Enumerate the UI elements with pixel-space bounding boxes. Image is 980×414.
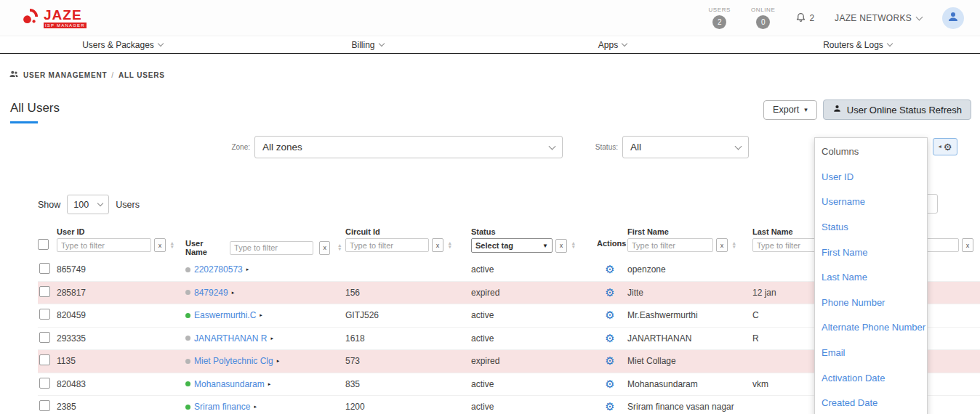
caret-down-icon: ▼ [542,243,548,249]
export-button[interactable]: Export ▾ [763,100,817,120]
columns-settings-button[interactable]: ◂ ⚙ [933,138,957,155]
sort-icon[interactable]: ▴▾ [733,242,736,248]
notifications-button[interactable]: 2 [795,11,814,25]
columns-menu-item-phone-number[interactable]: Phone Number [815,290,927,315]
online-status-dot [185,405,190,410]
columns-menu-item-first-name[interactable]: First Name [815,240,927,265]
row-settings-gear-icon[interactable]: ⚙ [605,286,614,299]
expand-caret-icon[interactable]: ▸ [277,358,280,364]
row-checkbox[interactable] [39,263,50,274]
nav-item-billing[interactable]: Billing [245,36,490,53]
title-underline [10,121,38,123]
cell-user-name: Miet Polytechnic Clg ▸ [185,356,345,366]
columns-menu-item-created-date[interactable]: Created Date [815,390,927,414]
row-settings-gear-icon[interactable]: ⚙ [605,263,614,275]
sort-icon[interactable]: ▴▾ [449,242,451,248]
column-label: Circuit Id [345,227,467,236]
users-icon [9,70,19,80]
clear-filter-button[interactable]: x [962,238,973,252]
cell-circuit-id: 835 [345,379,471,389]
online-status-dot [185,290,190,295]
row-checkbox[interactable] [39,309,50,320]
export-label: Export [773,105,799,115]
column-label: User ID [57,227,181,236]
header-status: Status Select tag ▼ x ▴▾ [471,227,597,259]
row-checkbox[interactable] [39,286,50,297]
columns-menu-item-user-id[interactable]: User ID [815,164,927,190]
sort-icon[interactable]: ▴▾ [572,242,575,248]
status-tag-select[interactable]: Select tag ▼ [471,238,553,253]
header-first-name: First Name x ▴▾ [627,227,752,259]
page-size-select[interactable]: 100 [67,195,109,214]
chevron-down-icon [916,13,923,20]
row-settings-gear-icon[interactable]: ⚙ [605,378,614,390]
clear-filter-button[interactable]: x [432,238,443,252]
breadcrumb-section[interactable]: USER MANAGEMENT [23,71,107,79]
clear-filter-button[interactable]: x [154,238,166,252]
expand-caret-icon[interactable]: ▸ [246,267,249,272]
expand-caret-icon[interactable]: ▸ [260,312,262,318]
row-settings-gear-icon[interactable]: ⚙ [605,354,614,367]
row-settings-gear-icon[interactable]: ⚙ [605,400,614,413]
first-name-filter-input[interactable] [627,238,713,252]
expand-caret-icon[interactable]: ▸ [270,336,273,341]
show-label: Show [38,200,60,210]
user-name-link[interactable]: Sriram finance [194,402,250,412]
expand-caret-icon[interactable]: ▸ [254,404,257,410]
nav-item-apps[interactable]: Apps [490,36,735,53]
nav-item-users-packages[interactable]: Users & Packages [0,36,245,53]
row-checkbox-cell [38,263,57,276]
columns-menu-item-alternate-phone-number[interactable]: Alternate Phone Number [815,315,927,341]
nav-item-routers-logs[interactable]: Routers & Logs [735,36,980,53]
cell-user-name: 8479249 ▸ [185,288,345,298]
row-settings-gear-icon[interactable]: ⚙ [605,309,614,321]
row-checkbox[interactable] [39,354,50,365]
logo[interactable]: JAZE ISP MANAGER [19,7,87,30]
account-menu[interactable]: JAZE NETWORKS [835,13,922,23]
clear-filter-button[interactable]: x [319,241,330,255]
expand-caret-icon[interactable]: ▸ [268,381,271,387]
user-id-filter-input[interactable] [57,238,151,252]
column-label: First Name [627,227,748,236]
online-status-dot [185,359,190,364]
row-checkbox-cell [38,309,57,322]
user-name-link[interactable]: 8479249 [194,288,228,298]
cell-status: active [471,379,597,389]
status-select[interactable]: All [622,136,749,158]
chevron-down-icon [622,41,627,46]
header-circuit-id: Circuit Id x ▴▾ [345,227,471,259]
user-name-link[interactable]: JANARTHANAN R [194,333,267,344]
column-label: Actions [597,239,623,248]
cell-user-name: Sriram finance ▸ [185,402,345,412]
columns-menu-item-status[interactable]: Status [815,214,927,240]
columns-menu-item-email[interactable]: Email [815,340,927,365]
sort-icon[interactable]: ▴▾ [338,244,341,251]
user-name-filter-input[interactable] [230,241,313,255]
user-name-link[interactable]: Mohanasundaram [194,379,265,389]
cell-status: active [471,264,597,275]
columns-menu-item-last-name[interactable]: Last Name [815,264,927,290]
cell-status: expired [471,288,597,298]
circuit-id-filter-input[interactable] [345,238,429,252]
clear-filter-button[interactable]: x [555,239,567,253]
avatar[interactable] [942,7,964,29]
user-name-link[interactable]: Easwermurthi.C [194,310,256,320]
columns-menu-item-activation-date[interactable]: Activation Date [815,365,927,391]
user-name-link[interactable]: Miet Polytechnic Clg [194,356,273,366]
select-all-checkbox[interactable] [38,239,49,250]
zone-select[interactable]: All zones [254,136,563,158]
clear-filter-button[interactable]: x [716,238,728,252]
topbar-right: USERS 2 ONLINE 0 2 JAZE NETWORKS [708,7,964,29]
user-online-status-refresh-button[interactable]: User Online Status Refresh [823,100,971,120]
online-status-dot [185,313,190,318]
row-checkbox[interactable] [39,378,50,389]
breadcrumb: USER MANAGEMENT / ALL USERS [9,70,165,80]
row-settings-gear-icon[interactable]: ⚙ [605,332,614,344]
expand-caret-icon[interactable]: ▸ [232,290,235,296]
row-checkbox[interactable] [39,332,50,343]
users-stat: USERS 2 [708,7,731,29]
sort-icon[interactable]: ▴▾ [171,242,174,248]
columns-menu-item-username[interactable]: Username [815,190,927,215]
row-checkbox[interactable] [39,400,50,411]
user-name-link[interactable]: 2202780573 [194,264,243,275]
